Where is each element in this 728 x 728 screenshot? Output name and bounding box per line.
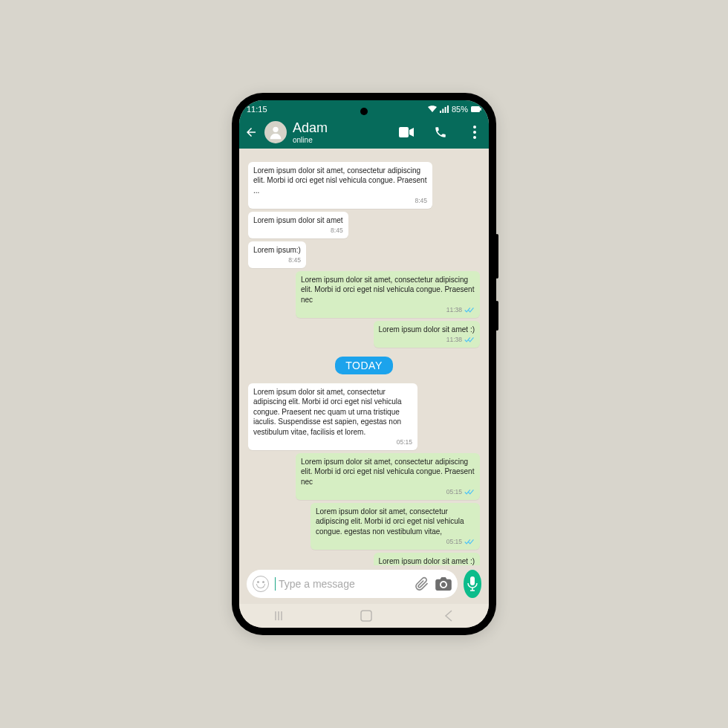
svg-point-6 bbox=[473, 136, 476, 139]
emoji-button[interactable] bbox=[253, 576, 269, 592]
message-meta: 05:15 bbox=[301, 488, 475, 496]
phone-side-button bbox=[495, 234, 498, 279]
svg-point-4 bbox=[473, 126, 476, 129]
avatar[interactable] bbox=[264, 121, 287, 143]
message-time: 8:45 bbox=[415, 197, 427, 205]
message-time: 11:38 bbox=[446, 336, 462, 344]
message-incoming[interactable]: Lorem ipsum dolor sit amet, consectetur … bbox=[248, 383, 417, 450]
phone-frame: 11:15 85% Adam online bbox=[232, 93, 496, 635]
camera-notch bbox=[360, 108, 368, 115]
day-divider: TODAY bbox=[335, 357, 392, 374]
composer-row bbox=[239, 565, 489, 604]
message-time: 05:15 bbox=[446, 488, 462, 496]
message-meta: 05:15 bbox=[253, 438, 412, 446]
mic-send-button[interactable] bbox=[464, 570, 481, 598]
message-incoming[interactable]: Lorem ipsum dolor sit amet8:45 bbox=[248, 212, 348, 238]
message-text: Lorem ipsum dolor sit amet :) bbox=[379, 325, 475, 335]
message-meta: 11:38 bbox=[379, 336, 475, 344]
message-text: Lorem ipsum dolor sit amet :) bbox=[379, 556, 475, 565]
message-outgoing[interactable]: Lorem ipsum dolor sit amet :)11:38 bbox=[374, 321, 481, 348]
message-time: 8:45 bbox=[288, 256, 301, 264]
svg-rect-7 bbox=[470, 576, 475, 585]
message-outgoing[interactable]: Lorem ipsum dolor sit amet, consectetur … bbox=[296, 453, 480, 500]
svg-rect-3 bbox=[399, 127, 409, 137]
svg-rect-1 bbox=[480, 108, 481, 111]
message-time: 8:45 bbox=[331, 227, 343, 235]
message-text: Lorem ipsum dolor sit amet, consectetur … bbox=[301, 275, 475, 305]
wifi-icon bbox=[428, 105, 437, 113]
status-time: 11:15 bbox=[247, 105, 267, 114]
battery-percent: 85% bbox=[452, 105, 468, 114]
read-ticks-icon bbox=[464, 307, 475, 313]
message-text: Lorem ipsum dolor sit amet, consectetur … bbox=[253, 387, 412, 438]
signal-icon bbox=[440, 105, 449, 113]
svg-point-2 bbox=[273, 127, 278, 132]
message-text: Lorem ipsum dolor sit amet, consectetur … bbox=[301, 457, 475, 487]
message-meta: 8:45 bbox=[253, 256, 301, 264]
read-ticks-icon bbox=[464, 539, 475, 545]
status-right: 85% bbox=[428, 105, 481, 114]
screen: 11:15 85% Adam online bbox=[239, 100, 489, 628]
message-text: Lorem ipsum dolor sit amet, consectetur … bbox=[316, 507, 475, 537]
system-nav-bar bbox=[239, 604, 489, 628]
message-time: 05:15 bbox=[446, 538, 462, 546]
chat-area[interactable]: Lorem ipsum dolor sit amet, consectetur … bbox=[239, 149, 489, 565]
message-text: Lorem ipsum:) bbox=[253, 245, 301, 256]
message-outgoing[interactable]: Lorem ipsum dolor sit amet, consectetur … bbox=[311, 503, 480, 550]
message-outgoing[interactable]: Lorem ipsum dolor sit amet :)05:15 bbox=[374, 553, 481, 565]
attach-button[interactable] bbox=[415, 576, 429, 591]
message-incoming[interactable]: Lorem ipsum dolor sit amet, consectetur … bbox=[248, 162, 432, 209]
message-meta: 11:38 bbox=[301, 306, 475, 314]
message-meta: 8:45 bbox=[253, 227, 343, 235]
more-menu-button[interactable] bbox=[467, 124, 483, 140]
message-meta: 8:45 bbox=[253, 197, 427, 205]
contact-name-block[interactable]: Adam online bbox=[293, 121, 392, 144]
contact-presence: online bbox=[293, 136, 392, 144]
read-ticks-icon bbox=[464, 489, 475, 495]
svg-point-5 bbox=[473, 131, 476, 134]
battery-icon bbox=[471, 106, 481, 112]
message-outgoing[interactable]: Lorem ipsum dolor sit amet, consectetur … bbox=[296, 271, 480, 318]
message-text: Lorem ipsum dolor sit amet bbox=[253, 215, 343, 226]
svg-rect-0 bbox=[471, 106, 480, 112]
nav-back-icon[interactable] bbox=[444, 610, 453, 622]
camera-button[interactable] bbox=[435, 577, 452, 591]
phone-side-button bbox=[495, 301, 498, 331]
contact-name: Adam bbox=[293, 121, 392, 136]
back-button[interactable] bbox=[244, 125, 259, 140]
voice-call-button[interactable] bbox=[432, 124, 449, 140]
video-call-button[interactable] bbox=[398, 124, 415, 140]
message-input[interactable] bbox=[275, 577, 409, 591]
message-time: 05:15 bbox=[397, 438, 412, 446]
read-ticks-icon bbox=[464, 337, 475, 343]
nav-recent-icon[interactable] bbox=[275, 611, 288, 621]
composer[interactable] bbox=[247, 570, 458, 598]
message-time: 11:38 bbox=[446, 306, 462, 314]
svg-rect-8 bbox=[361, 611, 371, 621]
message-text: Lorem ipsum dolor sit amet, consectetur … bbox=[253, 166, 427, 196]
message-incoming[interactable]: Lorem ipsum:)8:45 bbox=[248, 241, 306, 268]
chat-header: Adam online bbox=[239, 118, 489, 149]
message-meta: 05:15 bbox=[316, 538, 475, 546]
nav-home-icon[interactable] bbox=[360, 610, 372, 622]
